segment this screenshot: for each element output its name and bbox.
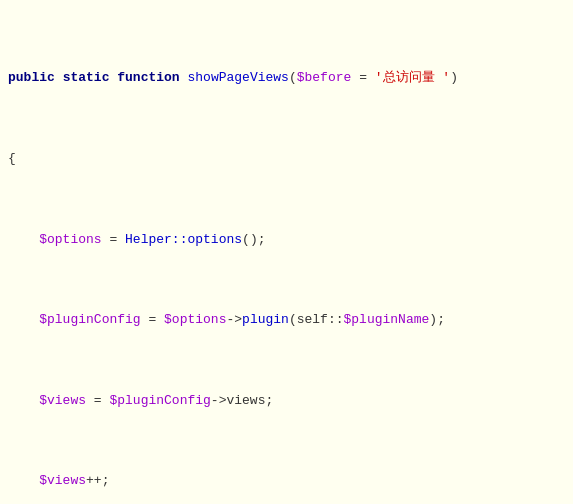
code-line-6: $views++; — [8, 471, 565, 491]
code-block: public static function showPageViews($be… — [0, 4, 573, 504]
code-line-5: $views = $pluginConfig->views; — [8, 391, 565, 411]
keyword-function: function — [117, 70, 179, 85]
var-before: $before — [297, 70, 352, 85]
keyword-static: static — [63, 70, 110, 85]
code-line-1: public static function showPageViews($be… — [8, 68, 565, 88]
fn-name: showPageViews — [187, 70, 288, 85]
string-label: '总访问量 ' — [375, 70, 450, 85]
var-views1: $views — [39, 393, 86, 408]
fn-helper-options: Helper::options — [125, 232, 242, 247]
var-pluginname: $pluginName — [344, 312, 430, 327]
code-line-4: $pluginConfig = $options->plugin(self::$… — [8, 310, 565, 330]
var-views2: $views — [39, 473, 86, 488]
var-options2: $options — [164, 312, 226, 327]
var-options: $options — [39, 232, 101, 247]
fn-plugin: plugin — [242, 312, 289, 327]
var-pluginconfig: $pluginConfig — [39, 312, 140, 327]
code-line-2: { — [8, 149, 565, 169]
keyword-public: public — [8, 70, 55, 85]
var-pluginconfig2: $pluginConfig — [109, 393, 210, 408]
code-line-3: $options = Helper::options(); — [8, 230, 565, 250]
